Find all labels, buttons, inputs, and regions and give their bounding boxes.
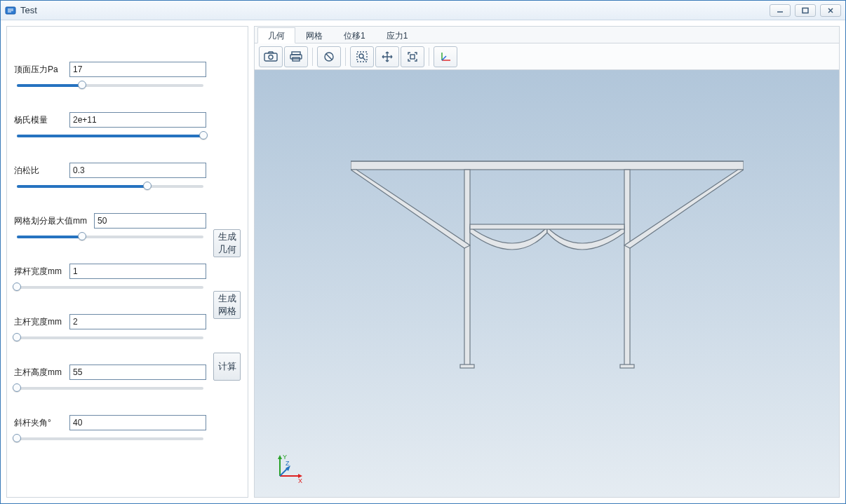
- param-slider[interactable]: [17, 332, 203, 343]
- svg-point-3: [269, 55, 273, 59]
- param-slider[interactable]: [17, 383, 203, 394]
- view-mode-button[interactable]: [317, 46, 341, 67]
- param-slider[interactable]: [17, 282, 203, 293]
- param-input[interactable]: [69, 62, 206, 77]
- param-input[interactable]: [69, 163, 206, 178]
- param-row: 撑杆宽度mm: [14, 264, 206, 293]
- close-button[interactable]: [820, 4, 841, 17]
- minimize-button[interactable]: [770, 4, 791, 17]
- param-label: 泊松比: [14, 165, 67, 177]
- svg-rect-1: [803, 8, 808, 13]
- maximize-button[interactable]: [795, 4, 816, 17]
- toolbar-separator: [429, 48, 429, 66]
- axis-x-label: X: [298, 477, 302, 484]
- param-label: 斜杆夹角°: [14, 417, 67, 429]
- content-area: 顶面压力Pa杨氏模量泊松比网格划分最大值mm撑杆宽度mm主杆宽度mm主杆高度mm…: [1, 20, 845, 503]
- param-label: 主杆宽度mm: [14, 316, 67, 328]
- axis-z-label: Z: [286, 460, 290, 467]
- svg-rect-16: [351, 161, 744, 170]
- pan-button[interactable]: [375, 46, 399, 67]
- tab[interactable]: 位移1: [333, 27, 376, 43]
- param-input[interactable]: [69, 365, 206, 380]
- param-row: 网格划分最大值mm: [14, 213, 206, 243]
- fit-view-button[interactable]: [401, 46, 424, 67]
- svg-marker-26: [278, 455, 282, 459]
- generate-geometry-button[interactable]: 生成几何: [213, 229, 241, 257]
- svg-rect-24: [470, 224, 624, 229]
- param-input[interactable]: [69, 314, 206, 329]
- geometry-model: .beam{fill:#e3e6e9;stroke:#6d7a86;stroke…: [351, 154, 744, 379]
- svg-rect-20: [460, 365, 474, 368]
- titlebar: Test: [1, 1, 845, 20]
- tab[interactable]: 应力1: [376, 27, 419, 43]
- app-icon: [5, 5, 16, 16]
- tab[interactable]: 几何: [257, 27, 295, 43]
- viewport-toolbar: [255, 43, 839, 70]
- param-label: 网格划分最大值mm: [14, 215, 91, 227]
- param-row: 斜杆夹角°: [14, 415, 206, 444]
- param-row: 泊松比: [14, 163, 206, 192]
- action-button-column: 生成几何 生成网格 计算: [213, 36, 241, 490]
- generate-mesh-button[interactable]: 生成网格: [213, 291, 241, 319]
- axis-triad: Y X Z: [271, 451, 305, 484]
- svg-rect-2: [264, 53, 277, 61]
- svg-rect-18: [464, 170, 470, 366]
- toolbar-separator: [345, 48, 346, 66]
- param-input[interactable]: [69, 415, 206, 430]
- param-row: 顶面压力Pa: [14, 62, 206, 91]
- 3d-viewport[interactable]: .beam{fill:#e3e6e9;stroke:#6d7a86;stroke…: [255, 70, 839, 497]
- tab[interactable]: 网格: [295, 27, 333, 43]
- param-slider[interactable]: [17, 231, 203, 243]
- tab-bar: 几何网格位移1应力1: [255, 27, 839, 43]
- param-label: 顶面压力Pa: [14, 64, 67, 76]
- param-input[interactable]: [69, 112, 206, 128]
- param-label: 主杆高度mm: [14, 367, 67, 379]
- zoom-window-button[interactable]: [350, 46, 374, 67]
- param-input[interactable]: [94, 213, 206, 229]
- param-slider[interactable]: [17, 80, 203, 91]
- svg-rect-21: [620, 365, 634, 368]
- svg-rect-12: [410, 55, 415, 59]
- window-controls: [770, 4, 841, 17]
- screenshot-button[interactable]: [259, 46, 283, 67]
- svg-marker-22: [351, 170, 470, 248]
- param-label: 撑杆宽度mm: [14, 266, 67, 278]
- param-row: 杨氏模量: [14, 112, 206, 142]
- window-title: Test: [20, 5, 770, 15]
- param-slider[interactable]: [17, 181, 203, 192]
- param-row: 主杆宽度mm: [14, 314, 206, 343]
- svg-line-11: [363, 57, 365, 60]
- svg-line-15: [442, 56, 446, 60]
- param-slider[interactable]: [17, 130, 203, 142]
- toolbar-separator: [312, 48, 313, 66]
- param-input[interactable]: [69, 264, 206, 279]
- svg-line-8: [326, 54, 332, 60]
- axis-orientation-button[interactable]: [434, 46, 457, 67]
- param-label: 杨氏模量: [14, 114, 67, 126]
- viewport-panel: 几何网格位移1应力1: [254, 26, 840, 498]
- print-button[interactable]: [284, 46, 308, 67]
- param-column: 顶面压力Pa杨氏模量泊松比网格划分最大值mm撑杆宽度mm主杆宽度mm主杆高度mm…: [14, 36, 206, 490]
- parameter-panel: 顶面压力Pa杨氏模量泊松比网格划分最大值mm撑杆宽度mm主杆宽度mm主杆高度mm…: [6, 26, 248, 498]
- app-window: Test 顶面压力Pa杨氏模量泊松比网格划分最大值mm撑杆宽度mm主杆宽度mm主…: [0, 0, 846, 504]
- svg-marker-23: [624, 170, 744, 248]
- compute-button[interactable]: 计算: [213, 353, 241, 381]
- param-slider[interactable]: [17, 433, 203, 444]
- svg-rect-19: [624, 170, 630, 366]
- param-row: 主杆高度mm: [14, 365, 206, 394]
